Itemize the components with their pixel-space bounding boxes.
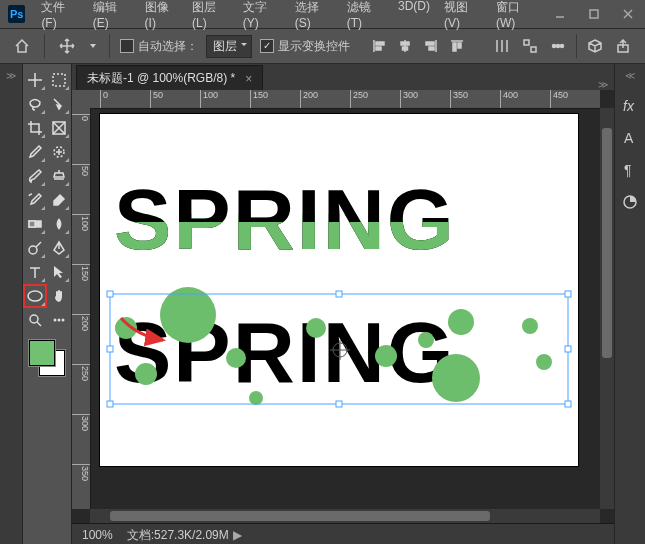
- svg-rect-63: [565, 291, 571, 297]
- align-left-icon[interactable]: [368, 34, 390, 58]
- rect-marquee-tool[interactable]: [48, 69, 70, 91]
- menu-item[interactable]: 窗口(W): [490, 0, 543, 33]
- home-icon[interactable]: [10, 34, 34, 58]
- menu-item[interactable]: 选择(S): [289, 0, 339, 33]
- horizontal-ruler[interactable]: 050100150200250300350400450: [90, 90, 600, 109]
- tool-preset-dropdown[interactable]: [87, 34, 99, 58]
- document-tab-title: 未标题-1 @ 100%(RGB/8) *: [87, 70, 235, 87]
- doc-info[interactable]: 文档:527.3K/2.09M▶: [127, 527, 242, 544]
- svg-rect-64: [107, 346, 113, 352]
- svg-text:¶: ¶: [624, 162, 632, 178]
- path-select-tool[interactable]: [48, 261, 70, 283]
- blur-tool[interactable]: [48, 213, 70, 235]
- menu-item[interactable]: 滤镜(T): [341, 0, 390, 33]
- color-swatches[interactable]: [27, 338, 67, 378]
- type-tool[interactable]: [24, 261, 46, 283]
- ellipse-shape-tool[interactable]: [24, 285, 46, 307]
- chevron-left-icon[interactable]: ≪: [625, 70, 635, 81]
- foreground-color-swatch[interactable]: [29, 340, 55, 366]
- svg-point-50: [160, 287, 216, 343]
- right-collapsed-panels: ≪ fx A ¶: [614, 64, 645, 544]
- vertical-ruler[interactable]: 050100150200250300350: [72, 108, 91, 509]
- svg-point-51: [226, 348, 246, 368]
- clone-stamp-tool[interactable]: [48, 165, 70, 187]
- document-tab[interactable]: 未标题-1 @ 100%(RGB/8) * ×: [76, 65, 263, 91]
- svg-point-39: [54, 319, 57, 322]
- close-tab-icon[interactable]: ×: [245, 72, 252, 86]
- svg-point-21: [553, 45, 556, 48]
- canvas-area: 050100150200250300350400450 050100150200…: [72, 90, 614, 523]
- menu-item[interactable]: 图层(L): [186, 0, 235, 33]
- svg-rect-5: [376, 42, 384, 45]
- brush-tool[interactable]: [24, 165, 46, 187]
- svg-point-49: [135, 363, 157, 385]
- swatches-panel-icon[interactable]: [619, 191, 641, 213]
- healing-tool[interactable]: [48, 141, 70, 163]
- paragraph-panel-icon[interactable]: ¶: [619, 159, 641, 181]
- svg-rect-14: [453, 43, 456, 51]
- edit-toolbar-button[interactable]: [48, 309, 70, 331]
- frame-tool[interactable]: [48, 117, 70, 139]
- vertical-scrollbar[interactable]: [600, 108, 614, 509]
- ruler-origin[interactable]: [72, 90, 91, 109]
- window-close-button[interactable]: [611, 0, 645, 28]
- svg-point-55: [418, 332, 434, 348]
- svg-rect-8: [401, 42, 409, 45]
- hand-tool[interactable]: [48, 285, 70, 307]
- styles-panel-icon[interactable]: fx: [619, 95, 641, 117]
- lasso-tool[interactable]: [24, 93, 46, 115]
- align-mode-icon[interactable]: [518, 34, 542, 58]
- svg-rect-6: [376, 47, 381, 50]
- share-icon[interactable]: [611, 34, 635, 58]
- menu-item[interactable]: 文件(F): [35, 0, 84, 33]
- svg-point-53: [306, 318, 326, 338]
- svg-rect-33: [29, 221, 35, 227]
- distribute-icon[interactable]: [490, 34, 514, 58]
- svg-point-58: [522, 318, 538, 334]
- auto-select-target-dropdown[interactable]: 图层: [206, 35, 252, 58]
- quick-select-tool[interactable]: [48, 93, 70, 115]
- pen-tool[interactable]: [48, 237, 70, 259]
- align-hcenter-icon[interactable]: [394, 34, 416, 58]
- menu-item[interactable]: 视图(V): [438, 0, 488, 33]
- history-brush-tool[interactable]: [24, 189, 46, 211]
- menu-item[interactable]: 3D(D): [392, 0, 436, 33]
- horizontal-scrollbar[interactable]: [90, 509, 600, 523]
- menu-item[interactable]: 文字(Y): [237, 0, 287, 33]
- auto-select-checkbox[interactable]: 自动选择：: [120, 38, 198, 55]
- gradient-tool[interactable]: [24, 213, 46, 235]
- app-logo: Ps: [8, 5, 25, 23]
- svg-line-38: [37, 322, 41, 326]
- align-top-icon[interactable]: [446, 34, 468, 58]
- svg-rect-19: [524, 40, 529, 45]
- window-maximize-button[interactable]: [577, 0, 611, 28]
- tab-overflow-icon[interactable]: ≫: [592, 79, 614, 90]
- show-transform-checkbox[interactable]: 显示变换控件: [260, 38, 350, 55]
- window-minimize-button[interactable]: [543, 0, 577, 28]
- svg-point-54: [375, 345, 397, 367]
- svg-rect-67: [336, 401, 342, 407]
- 3d-mode-icon[interactable]: [583, 34, 607, 58]
- svg-line-35: [36, 242, 41, 247]
- more-align-icon[interactable]: [546, 34, 570, 58]
- left-collapsed-panel[interactable]: ≫: [0, 64, 23, 544]
- eyedropper-tool[interactable]: [24, 141, 46, 163]
- svg-rect-9: [403, 47, 408, 50]
- align-right-icon[interactable]: [420, 34, 442, 58]
- crop-tool[interactable]: [24, 117, 46, 139]
- dodge-tool[interactable]: [24, 237, 46, 259]
- move-tool[interactable]: [24, 69, 46, 91]
- character-panel-icon[interactable]: A: [619, 127, 641, 149]
- move-tool-icon[interactable]: [55, 34, 79, 58]
- document-tabs: 未标题-1 @ 100%(RGB/8) * × ≫: [72, 64, 614, 90]
- menu-item[interactable]: 图像(I): [139, 0, 185, 33]
- svg-rect-46: [100, 222, 578, 252]
- eraser-tool[interactable]: [48, 189, 70, 211]
- show-transform-label: 显示变换控件: [278, 38, 350, 55]
- document-canvas[interactable]: SPRING SPRING SPRING: [100, 114, 578, 466]
- main-menu-bar: 文件(F)编辑(E)图像(I)图层(L)文字(Y)选择(S)滤镜(T)3D(D)…: [35, 0, 543, 33]
- zoom-tool[interactable]: [24, 309, 46, 331]
- menu-item[interactable]: 编辑(E): [87, 0, 137, 33]
- chevron-right-icon: ≫: [6, 70, 16, 81]
- zoom-level[interactable]: 100%: [82, 528, 113, 542]
